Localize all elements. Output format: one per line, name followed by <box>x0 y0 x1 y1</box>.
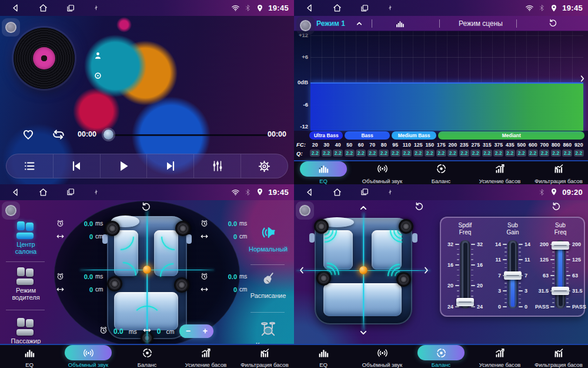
repeat-slot[interactable] <box>51 127 66 145</box>
q-value-box[interactable]: 2.2 <box>379 150 389 157</box>
more-bands-icon[interactable] <box>577 74 587 84</box>
favorite-slot[interactable] <box>21 127 35 144</box>
equalizer-button[interactable] <box>193 154 240 178</box>
q-value-box[interactable]: 2.2 <box>356 150 366 157</box>
scene-preset-item[interactable]: Расписание <box>242 270 294 300</box>
home-icon[interactable] <box>332 187 342 197</box>
scene-mode-button[interactable]: Режим сцены <box>459 19 503 28</box>
tab-surround[interactable]: Объёмный звук <box>353 345 412 368</box>
q-value-box[interactable]: 2.2 <box>345 150 355 157</box>
back-icon[interactable] <box>11 187 21 197</box>
chevron-right-icon[interactable] <box>421 265 432 276</box>
back-icon[interactable] <box>305 3 315 13</box>
listening-position-item[interactable]: Центр салона <box>0 221 52 256</box>
artist-icon-slot[interactable] <box>93 51 103 63</box>
q-value-box[interactable]: 2.2 <box>574 150 584 157</box>
q-value-box[interactable]: 2.2 <box>333 150 343 157</box>
delay-reset-slot[interactable] <box>141 201 152 215</box>
sub-reset-slot[interactable] <box>551 201 562 214</box>
back-icon[interactable] <box>305 187 315 197</box>
q-value-box[interactable]: 2.2 <box>470 150 480 157</box>
q-value-box[interactable]: 2.2 <box>402 150 412 157</box>
slider-thumb[interactable] <box>504 271 522 280</box>
slider-thumb[interactable] <box>552 241 569 250</box>
tab-eq-bars[interactable]: EQ <box>294 161 353 184</box>
tab-eq-bars[interactable]: EQ <box>294 345 353 368</box>
decrease-button[interactable]: − <box>179 324 196 338</box>
balance-down-slot[interactable] <box>358 327 369 341</box>
balance-reset-slot[interactable] <box>414 201 425 214</box>
q-value-box[interactable]: 2.2 <box>562 150 572 157</box>
q-value-box[interactable]: 2.2 <box>539 150 549 157</box>
q-value-box[interactable]: 2.2 <box>459 150 469 157</box>
reset-icon[interactable] <box>551 201 562 212</box>
tab-bass-filter[interactable]: Фильтрация басов <box>235 345 294 368</box>
tab-bass-filter[interactable]: Фильтрация басов <box>529 345 588 368</box>
slider-thumb[interactable] <box>552 287 569 295</box>
band-group-pill[interactable]: Medium Bass <box>392 131 437 140</box>
eq-mode-selector[interactable]: Режим 1 <box>316 19 345 28</box>
album-art-vinyl[interactable] <box>14 28 75 89</box>
q-value-box[interactable]: 2.2 <box>436 150 446 157</box>
floating-assist-button[interactable] <box>296 16 315 35</box>
mode-chevron-slot[interactable] <box>355 19 364 31</box>
balance-up-slot[interactable] <box>358 202 369 216</box>
q-value-box[interactable]: 2.2 <box>310 150 320 157</box>
chevron-down-icon[interactable] <box>358 327 369 339</box>
album-icon-slot[interactable] <box>93 71 102 82</box>
tab-balance[interactable]: Баланс <box>412 161 470 184</box>
tab-bass-boost[interactable]: Усиление басов <box>176 345 235 368</box>
tab-surround[interactable]: Объёмный звук <box>353 161 412 184</box>
q-value-box[interactable]: 2.2 <box>447 150 457 157</box>
q-value-box[interactable]: 2.2 <box>516 150 526 157</box>
tab-balance[interactable]: Баланс <box>412 345 470 368</box>
reset-icon[interactable] <box>141 201 152 213</box>
previous-button[interactable] <box>53 154 100 178</box>
record-icon[interactable] <box>93 71 102 80</box>
balance-left-slot[interactable] <box>296 265 307 278</box>
home-icon[interactable] <box>38 3 48 13</box>
progress-thumb[interactable] <box>103 130 113 140</box>
next-button[interactable] <box>146 154 193 178</box>
artist-icon[interactable] <box>93 51 103 61</box>
tab-balance[interactable]: Баланс <box>118 345 176 368</box>
home-icon[interactable] <box>38 187 48 197</box>
more-bands-slot[interactable] <box>577 74 587 86</box>
floating-assist-button[interactable] <box>2 201 20 220</box>
listening-position-ball[interactable] <box>143 266 151 274</box>
eq-header-icon[interactable] <box>395 19 405 29</box>
eq-header-icon-slot[interactable] <box>395 19 405 31</box>
q-value-box[interactable]: 2.2 <box>528 150 538 157</box>
floating-assist-button[interactable] <box>296 201 314 220</box>
reset-icon[interactable] <box>414 201 425 212</box>
tab-eq-bars[interactable]: EQ <box>0 345 59 368</box>
chevron-up-icon[interactable] <box>358 202 369 214</box>
q-value-box[interactable]: 2.2 <box>390 150 400 157</box>
settings-button[interactable] <box>240 154 288 178</box>
q-value-box[interactable]: 2.2 <box>505 150 515 157</box>
recents-icon[interactable] <box>360 187 369 197</box>
reset-icon[interactable] <box>548 18 558 28</box>
progress-track[interactable] <box>109 134 268 136</box>
slider-thumb[interactable] <box>456 298 474 306</box>
home-icon[interactable] <box>332 3 342 13</box>
band-group-pill[interactable]: Bass <box>345 131 390 140</box>
floating-assist-button[interactable] <box>2 18 20 37</box>
q-value-box[interactable]: 2.2 <box>493 150 503 157</box>
eq-reset-slot[interactable] <box>548 18 558 31</box>
q-value-box[interactable]: 2.2 <box>551 150 561 157</box>
playlist-button[interactable] <box>6 154 53 178</box>
q-value-box[interactable]: 2.2 <box>425 150 435 157</box>
tab-surround[interactable]: Объёмный звук <box>59 345 118 368</box>
band-group-pill[interactable]: Mediant <box>438 131 584 140</box>
favorite-icon[interactable] <box>21 127 35 141</box>
repeat-icon[interactable] <box>51 127 66 142</box>
eq-plot-area[interactable] <box>310 31 583 131</box>
listening-position-item[interactable]: Режим водителя <box>0 267 52 302</box>
back-icon[interactable] <box>11 3 21 13</box>
play-button[interactable] <box>100 154 147 178</box>
q-value-box[interactable]: 2.2 <box>482 150 492 157</box>
tab-bass-filter[interactable]: Фильтрация басов <box>529 161 588 184</box>
scene-preset-item[interactable]: Нормальный <box>242 224 294 253</box>
tab-bass-boost[interactable]: Усиление басов <box>470 161 529 184</box>
